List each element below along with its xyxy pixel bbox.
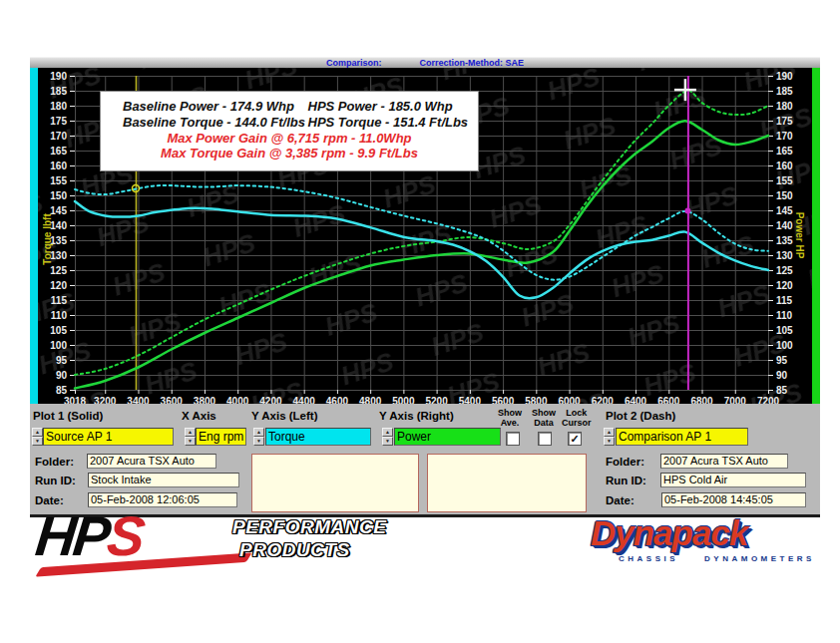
spinner-up-icon[interactable]: ▲ bbox=[185, 428, 196, 437]
x-axis-dropdown[interactable]: Eng rpm bbox=[196, 428, 246, 446]
plot1-source-dropdown[interactable]: Source AP 1 bbox=[43, 428, 174, 446]
y-tick-label-left: 110 bbox=[51, 310, 68, 321]
show-data-checkbox[interactable] bbox=[538, 432, 552, 446]
plot1-label: Plot 1 (Solid) bbox=[33, 410, 103, 422]
y-axis-right-label: Y Axis (Right) bbox=[379, 410, 454, 422]
hps-products-text: PRODUCTS bbox=[239, 539, 350, 561]
plot2-source-dropdown[interactable]: Comparison AP 1 bbox=[616, 428, 748, 446]
spinner-up-icon[interactable]: ▲ bbox=[32, 428, 43, 437]
y-tick-label-right: 165 bbox=[776, 146, 793, 157]
y-tick-label-left: 120 bbox=[50, 280, 67, 291]
spinner-up-icon[interactable]: ▲ bbox=[382, 428, 393, 437]
run2-comment-box[interactable] bbox=[427, 454, 587, 512]
chart-zone: HPS8585909095951001001051051101101151151… bbox=[30, 68, 820, 404]
y-axis-right-dropdown[interactable]: Power bbox=[394, 428, 501, 446]
run2-date-field[interactable]: 05-Feb-2008 14:45:05 bbox=[661, 492, 806, 507]
x-tick-label: 5200 bbox=[425, 396, 448, 404]
y-tick-label-left: 175 bbox=[50, 116, 67, 127]
y-tick-label-right: 115 bbox=[776, 295, 793, 306]
spinner-down-icon[interactable]: ▼ bbox=[253, 437, 264, 446]
spinner-down-icon[interactable]: ▼ bbox=[185, 437, 196, 446]
x-tick-label: 4200 bbox=[259, 396, 282, 404]
x-tick-label: 6400 bbox=[625, 396, 647, 404]
run1-comment-box[interactable] bbox=[251, 454, 419, 512]
x-tick-label: 5600 bbox=[492, 396, 515, 404]
y-tick-label-right: 90 bbox=[776, 370, 788, 381]
left-axis-title: Torque lbft bbox=[42, 213, 53, 265]
hps-logo-word: HPS bbox=[33, 506, 145, 566]
show-data-label: ShowData bbox=[532, 408, 556, 428]
x-tick-label: 4800 bbox=[359, 396, 382, 404]
y-tick-label-right: 135 bbox=[776, 235, 793, 246]
dynapack-subtitle: CHASSISDYNAMOMETERS bbox=[619, 554, 815, 563]
power-cursor-marker bbox=[684, 208, 690, 214]
x-tick-label: 5400 bbox=[459, 396, 482, 404]
spinner-up-icon[interactable]: ▲ bbox=[253, 428, 264, 437]
run2-runid-field[interactable]: HPS Cold Air bbox=[660, 473, 806, 487]
y-tick-label-left: 165 bbox=[50, 146, 67, 157]
y-tick-label-left: 105 bbox=[50, 325, 67, 336]
y-tick-label-right: 140 bbox=[776, 220, 793, 231]
control-panel: Plot 1 (Solid) X Axis Y Axis (Left) Y Ax… bbox=[30, 404, 820, 514]
x-tick-label: 3200 bbox=[94, 396, 117, 404]
x-tick-label: 5800 bbox=[525, 396, 548, 404]
y-tick-label-right: 175 bbox=[776, 116, 793, 127]
run2-folder-field[interactable]: 2007 Acura TSX Auto bbox=[660, 454, 788, 469]
y-tick-label-right: 125 bbox=[776, 265, 793, 276]
y-tick-label-right: 95 bbox=[776, 355, 788, 366]
show-ave-label: ShowAve. bbox=[498, 408, 522, 428]
y-axis-left-spinner[interactable]: ▲ ▼ bbox=[253, 428, 264, 446]
comparison-label: Comparison: bbox=[326, 58, 382, 68]
y-tick-label-right: 160 bbox=[776, 161, 793, 171]
max-power-gain-text: Max Power Gain @ 6,715 rpm - 11.0Whp bbox=[101, 131, 478, 146]
y-tick-label-left: 180 bbox=[50, 101, 67, 112]
y-tick-label-right: 85 bbox=[776, 385, 788, 396]
show-ave-checkbox[interactable] bbox=[506, 432, 520, 446]
dynapack-logo-word: Dynapack bbox=[591, 514, 747, 552]
y-tick-label-right: 180 bbox=[776, 101, 793, 112]
y-tick-label-left: 150 bbox=[50, 190, 67, 201]
y-axis-left-dropdown[interactable]: Torque bbox=[265, 428, 371, 446]
run1-runid-field[interactable]: Stock Intake bbox=[88, 473, 239, 487]
power-axis-color-strip bbox=[812, 68, 820, 404]
spinner-down-icon[interactable]: ▼ bbox=[32, 437, 43, 446]
baseline-power-text: Baseline Power - 174.9 Whp bbox=[123, 99, 308, 115]
run1-folder-field[interactable]: 2007 Acura TSX Auto bbox=[87, 454, 216, 469]
spinner-down-icon[interactable]: ▼ bbox=[604, 437, 615, 446]
hps-torque-text: HPS Torque - 151.4 Ft/Lbs bbox=[308, 115, 473, 131]
x-tick-label: 3018 bbox=[64, 396, 87, 404]
x-axis-label: X Axis bbox=[182, 410, 216, 422]
y-tick-label-left: 125 bbox=[50, 265, 67, 276]
x-tick-label: 4600 bbox=[326, 396, 349, 404]
x-axis-spinner[interactable]: ▲ ▼ bbox=[185, 428, 196, 446]
y-tick-label-right: 185 bbox=[776, 86, 793, 97]
run1-runid-label: Run ID: bbox=[35, 475, 76, 486]
y-tick-label-right: 145 bbox=[776, 205, 793, 216]
y-tick-label-right: 130 bbox=[776, 250, 793, 261]
y-tick-label-right: 150 bbox=[776, 190, 793, 201]
plot2-source-spinner[interactable]: ▲ ▼ bbox=[604, 428, 615, 446]
x-tick-label: 4000 bbox=[226, 396, 249, 404]
y-axis-right-spinner[interactable]: ▲ ▼ bbox=[382, 428, 393, 446]
y-tick-label-left: 95 bbox=[56, 355, 68, 366]
run2-runid-label: Run ID: bbox=[606, 475, 646, 486]
y-tick-label-left: 190 bbox=[50, 71, 67, 82]
y-tick-label-right: 110 bbox=[776, 310, 793, 321]
hps-performance-text: PERFORMANCE bbox=[232, 516, 386, 538]
y-tick-label-left: 160 bbox=[50, 161, 67, 171]
x-tick-label: 5000 bbox=[392, 396, 415, 404]
chart-header-bar: Comparison: Correction-Method: SAE bbox=[30, 57, 820, 68]
spinner-down-icon[interactable]: ▼ bbox=[382, 437, 393, 446]
x-tick-label: 6000 bbox=[558, 396, 581, 404]
x-tick-label: 6800 bbox=[690, 396, 713, 404]
plot1-source-spinner[interactable]: ▲ ▼ bbox=[32, 428, 43, 446]
y-tick-label-right: 155 bbox=[776, 175, 793, 186]
spinner-up-icon[interactable]: ▲ bbox=[604, 428, 615, 437]
baseline-torque-text: Baseline Torque - 144.0 Ft/lbs bbox=[123, 115, 308, 131]
y-tick-label-right: 120 bbox=[776, 280, 793, 291]
y-tick-label-right: 190 bbox=[776, 71, 793, 82]
x-tick-label: 3800 bbox=[194, 396, 216, 404]
lock-cursor-checkbox[interactable]: ✓ bbox=[568, 432, 582, 446]
x-tick-label: 6600 bbox=[657, 396, 680, 404]
dynapack-logo: Dynapack CHASSISDYNAMOMETERS bbox=[591, 518, 830, 566]
